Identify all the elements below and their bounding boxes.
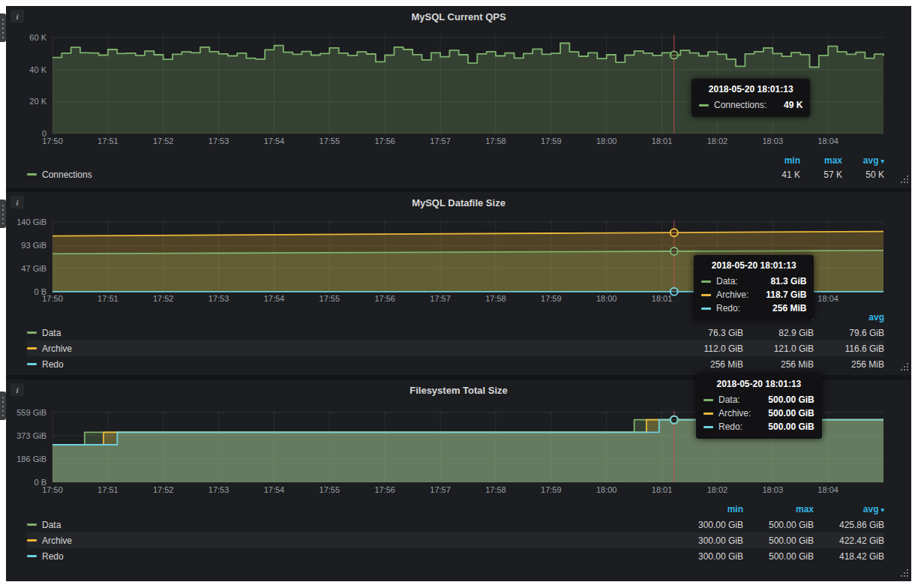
x-tick-label: 17:53 [208, 294, 230, 303]
info-icon[interactable]: i [10, 383, 24, 396]
tooltip-series-label: Data: [716, 274, 738, 288]
x-tick-label: 17:56 [374, 485, 395, 494]
tooltip-series-value: 500.00 GiB [756, 420, 814, 434]
x-tick-label: 17:57 [430, 485, 451, 494]
info-icon[interactable]: i [10, 10, 24, 22]
legend-min-value: 300.00 GiB [677, 536, 743, 546]
tooltip-series-row: Redo:256 MiB [701, 302, 806, 315]
x-tick-label: 18:03 [763, 485, 784, 494]
tooltip-timestamp: 2018-05-20 18:01:13 [699, 84, 802, 94]
series-color-dash-icon [704, 412, 713, 415]
legend-item-archive[interactable]: Archive [27, 344, 72, 354]
legend: minmaxavg▾Connections41 K57 K50 K [6, 153, 911, 182]
tooltip-series-value: 49 K [772, 98, 802, 112]
x-tick-label: 17:52 [153, 294, 174, 303]
crosshair-marker [670, 51, 678, 58]
legend-max-value: 500.00 GiB [748, 520, 814, 530]
panel-drag-handle-icon[interactable] [0, 392, 6, 420]
x-tick-label: 17:57 [430, 136, 451, 146]
legend-sort-min[interactable]: min [677, 504, 743, 514]
series-color-dash-icon [27, 555, 37, 557]
graph-tooltip: 2018-05-20 18:01:13Data:500.00 GiBArchiv… [696, 374, 822, 439]
legend-max-value: 82.9 GiB [748, 328, 814, 338]
legend-avg-value: 256 MiB [818, 359, 884, 370]
y-tick-label: 0 [42, 129, 46, 138]
series-color-dash-icon [704, 426, 713, 428]
legend-row: Archive300.00 GiB500.00 GiB422.42 GiB [27, 532, 884, 548]
legend-row: Redo256 MiB256 MiB256 MiB [27, 356, 884, 372]
tooltip-series-value: 256 MiB [760, 302, 806, 315]
series-color-dash-icon [701, 294, 711, 296]
crosshair-marker [670, 416, 678, 424]
crosshair-marker [670, 229, 678, 236]
legend-max-value: 57 K [806, 170, 842, 180]
x-tick-label: 18:04 [818, 294, 838, 303]
x-tick-label: 18:01 [652, 136, 673, 146]
series-color-dash-icon [27, 363, 37, 365]
legend-sort-max[interactable]: max [806, 155, 842, 166]
resize-handle-icon[interactable] [899, 176, 908, 184]
resize-handle-icon[interactable] [899, 569, 908, 578]
y-tick-label: 60 K [29, 33, 46, 42]
tooltip-series-row: Data:81.3 GiB [701, 274, 806, 288]
legend-min-value: 112.0 GiB [677, 344, 743, 354]
legend-item-redo[interactable]: Redo [27, 551, 64, 562]
legend-item-data[interactable]: Data [27, 328, 61, 338]
y-tick-label: 20 K [29, 97, 46, 106]
legend-sort-max[interactable]: max [748, 504, 814, 514]
series-color-dash-icon [704, 399, 713, 401]
crosshair-marker [670, 248, 678, 255]
tooltip-series-label: Redo: [718, 420, 742, 434]
panel-title[interactable]: MySQL Current QPS [6, 6, 911, 28]
tooltip-series-label: Connections: [714, 98, 766, 112]
legend-header-row: minmaxavg▾ [27, 501, 884, 517]
legend-min-value: 300.00 GiB [677, 551, 743, 562]
series-color-dash-icon [27, 173, 37, 176]
resize-handle-icon[interactable] [899, 363, 908, 372]
y-tick-label: 40 K [29, 65, 46, 74]
tooltip-series-row: Connections:49 K [699, 98, 802, 112]
y-tick-label: 93 GiB [21, 241, 46, 250]
legend-sort-avg[interactable]: avg▾ [848, 155, 884, 166]
x-tick-label: 17:52 [153, 485, 174, 494]
legend-sort-avg[interactable]: avg▾ [818, 504, 884, 514]
y-tick-label: 186 GiB [16, 454, 46, 464]
x-tick-label: 17:51 [98, 294, 118, 303]
y-tick-label: 559 GiB [16, 408, 46, 417]
x-tick-label: 17:55 [320, 485, 340, 494]
legend-item-label: Archive [42, 536, 72, 546]
panel-drag-handle-icon[interactable] [0, 14, 6, 42]
tooltip-series-row: Data:500.00 GiB [704, 393, 814, 406]
legend-item-label: Redo [42, 551, 64, 562]
x-tick-label: 18:02 [707, 136, 728, 146]
sort-caret-icon: ▾ [880, 506, 884, 514]
legend-item-label: Archive [42, 344, 72, 354]
panel-title[interactable]: MySQL Datafile Size [6, 192, 911, 214]
panel-drag-handle-icon[interactable] [0, 200, 6, 228]
x-tick-label: 17:59 [541, 485, 562, 494]
y-tick-label: 0 B [34, 478, 46, 487]
x-tick-label: 17:53 [208, 485, 230, 494]
legend-avg-value: 116.6 GiB [818, 344, 884, 354]
tooltip-series-value: 500.00 GiB [756, 406, 814, 420]
legend-item-archive[interactable]: Archive [27, 536, 72, 546]
legend-sort-min[interactable]: min [764, 155, 800, 166]
x-tick-label: 17:58 [485, 485, 506, 494]
legend-item-redo[interactable]: Redo [27, 359, 64, 370]
x-tick-label: 17:51 [98, 485, 118, 494]
series-color-dash-icon [701, 308, 711, 310]
legend-item-data[interactable]: Data [27, 520, 61, 530]
x-tick-label: 18:04 [818, 485, 838, 494]
legend-min-value: 256 MiB [677, 359, 743, 370]
x-tick-label: 17:59 [541, 136, 562, 146]
x-tick-label: 18:01 [652, 485, 673, 494]
legend-sort-avg[interactable]: avg [818, 312, 884, 322]
grafana-dashboard: i MySQL Current QPS 17:5017:5117:5217:53… [6, 6, 911, 581]
series-color-dash-icon [699, 104, 709, 106]
legend-max-value: 500.00 GiB [748, 551, 814, 562]
tooltip-series-label: Data: [718, 393, 740, 406]
legend-item-connections[interactable]: Connections [27, 170, 92, 180]
x-tick-label: 17:55 [320, 136, 340, 146]
info-icon[interactable]: i [10, 196, 24, 208]
legend-item-label: Data [42, 520, 61, 530]
